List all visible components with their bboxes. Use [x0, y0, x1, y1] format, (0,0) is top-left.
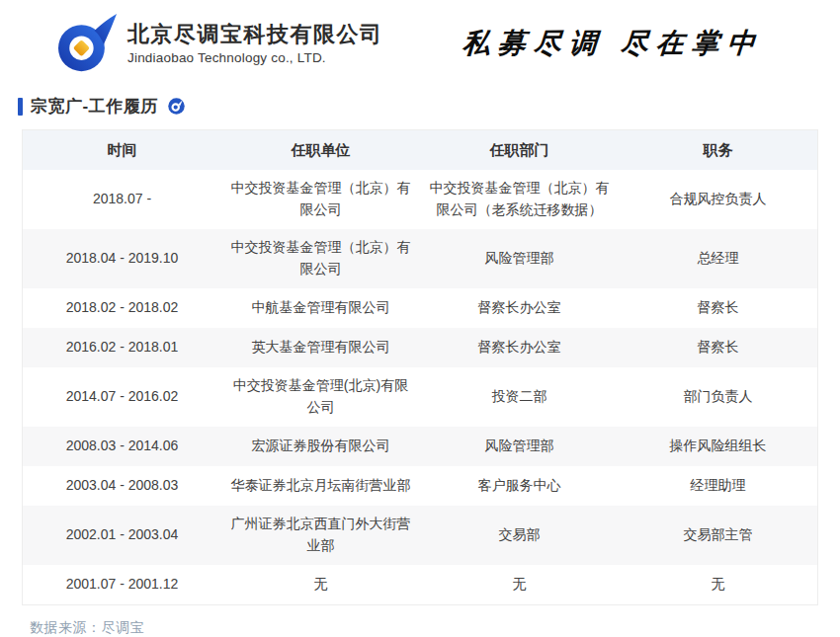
section-header: 宗宽广-工作履历	[18, 95, 840, 118]
cell-department: 督察长办公室	[420, 328, 619, 367]
cell-department: 无	[420, 565, 619, 604]
jindiaobao-badge-icon	[168, 98, 185, 115]
cell-position: 合规风控负责人	[619, 170, 817, 229]
table-row: 2018.07 - 中交投资基金管理（北京）有限公司 中交投资基金管理（北京）有…	[23, 170, 817, 229]
cell-company: 中航基金管理有限公司	[221, 288, 420, 328]
cell-position: 督察长	[619, 328, 817, 367]
cell-time: 2003.04 - 2008.03	[23, 466, 221, 506]
cell-department: 客户服务中心	[420, 466, 619, 506]
slogan: 私募尽调尽在掌中	[462, 25, 765, 62]
cell-time: 2002.01 - 2003.04	[23, 506, 221, 565]
cell-position: 总经理	[619, 229, 817, 288]
table-row: 2016.02 - 2018.01 英大基金管理有限公司 督察长办公室 督察长	[23, 328, 817, 367]
cell-department: 风险管理部	[420, 229, 619, 288]
cell-time: 2001.07 - 2001.12	[23, 565, 221, 604]
table-row: 2003.04 - 2008.03 华泰证券北京月坛南街营业部 客户服务中心 经…	[23, 466, 817, 506]
cell-company: 无	[221, 565, 420, 604]
column-header-department: 任职部门	[420, 130, 619, 170]
column-header-time: 时间	[23, 130, 221, 170]
cell-department: 风险管理部	[420, 427, 619, 466]
cell-time: 2018.04 - 2019.10	[23, 229, 221, 288]
cell-company: 华泰证券北京月坛南街营业部	[221, 466, 420, 506]
cell-company: 英大基金管理有限公司	[221, 328, 420, 367]
table-row: 2018.02 - 2018.02 中航基金管理有限公司 督察长办公室 督察长	[23, 288, 817, 328]
company-name-en: Jindiaobao Technology co., LTD.	[127, 50, 383, 65]
cell-position: 部门负责人	[619, 367, 817, 427]
cell-position: 操作风险组组长	[619, 427, 817, 466]
cell-position: 无	[619, 565, 817, 604]
table-row: 2002.01 - 2003.04 广州证券北京西直门外大街营业部 交易部 交易…	[23, 506, 817, 565]
page-title: 宗宽广-工作履历	[31, 95, 158, 118]
slogan-part2: 尽在掌中	[620, 28, 764, 58]
work-history-table: 时间 任职单位 任职部门 职务 2018.07 - 中交投资基金管理（北京）有限…	[22, 129, 818, 605]
table-row: 2014.07 - 2016.02 中交投资基金管理(北京)有限公司 投资二部 …	[23, 367, 817, 427]
cell-company: 宏源证券股份有限公司	[221, 427, 420, 466]
column-header-position: 职务	[619, 130, 817, 170]
cell-time: 2014.07 - 2016.02	[23, 367, 221, 427]
jindiaobao-logo-icon	[55, 14, 121, 73]
cell-time: 2016.02 - 2018.01	[23, 328, 221, 367]
page-header: 北京尽调宝科技有限公司 Jindiaobao Technology co., L…	[0, 0, 840, 79]
cell-department: 督察长办公室	[420, 288, 619, 328]
cell-company: 中交投资基金管理（北京）有限公司	[221, 229, 420, 288]
brand-text: 北京尽调宝科技有限公司 Jindiaobao Technology co., L…	[127, 22, 383, 64]
column-header-company: 任职单位	[221, 130, 420, 170]
cell-company: 中交投资基金管理（北京）有限公司	[221, 170, 420, 229]
cell-time: 2018.02 - 2018.02	[23, 288, 221, 328]
brand-block: 北京尽调宝科技有限公司 Jindiaobao Technology co., L…	[55, 14, 383, 73]
cell-time: 2008.03 - 2014.06	[23, 427, 221, 466]
cell-position: 督察长	[619, 288, 817, 328]
table-row: 2001.07 - 2001.12 无 无 无	[23, 565, 817, 604]
cell-position: 交易部主管	[619, 506, 817, 565]
cell-position: 经理助理	[619, 466, 817, 506]
cell-department: 交易部	[420, 506, 619, 565]
table-header-row: 时间 任职单位 任职部门 职务	[23, 130, 817, 170]
cell-time: 2018.07 -	[23, 170, 221, 229]
cell-company: 中交投资基金管理(北京)有限公司	[221, 367, 420, 427]
cell-department: 中交投资基金管理（北京）有限公司（老系统迁移数据）	[420, 170, 619, 229]
accent-bar	[18, 98, 23, 116]
cell-department: 投资二部	[420, 367, 619, 427]
table-row: 2008.03 - 2014.06 宏源证券股份有限公司 风险管理部 操作风险组…	[23, 427, 817, 466]
company-name-cn: 北京尽调宝科技有限公司	[127, 22, 383, 47]
table-row: 2018.04 - 2019.10 中交投资基金管理（北京）有限公司 风险管理部…	[23, 229, 817, 288]
slogan-part1: 私募尽调	[462, 28, 606, 58]
data-source-note: 数据来源：尽调宝	[30, 619, 840, 637]
cell-company: 广州证券北京西直门外大街营业部	[221, 506, 420, 565]
